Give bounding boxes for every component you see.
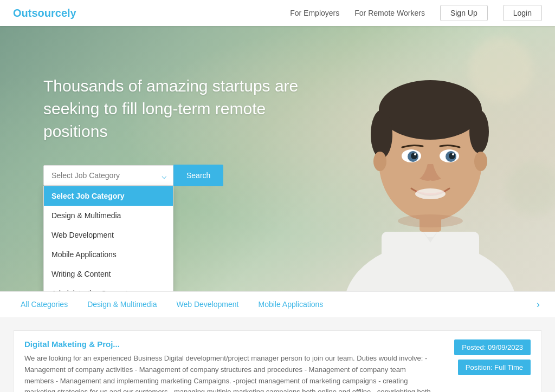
dropdown-wrapper: ⌵ Select Job Category Design & Multimedi…: [43, 165, 173, 186]
hero-section: Thousands of amazing startups are seekin…: [0, 26, 555, 291]
nav-links: For Employers For Remote Workers Sign Up…: [290, 5, 542, 21]
svg-point-22: [398, 214, 463, 227]
job-card: Digital Maketing & Proj... We are lookin…: [13, 330, 542, 392]
job-description: We are looking for an experienced Busine…: [24, 353, 433, 392]
category-mobile[interactable]: Mobile Applications: [248, 292, 333, 317]
jobs-section: Digital Maketing & Proj... We are lookin…: [0, 317, 555, 392]
job-posted-badge: Posted: 09/09/2023: [454, 339, 531, 355]
dropdown-item-design[interactable]: Design & Multimedia: [44, 206, 173, 225]
job-position-badge: Position: Full Time: [458, 360, 531, 375]
category-all[interactable]: All Categories: [11, 292, 78, 317]
hero-content: Thousands of amazing startups are seekin…: [0, 26, 555, 186]
category-next-icon[interactable]: ›: [532, 299, 544, 310]
category-bar: All Categories Design & Multimedia Web D…: [0, 291, 555, 317]
login-button[interactable]: Login: [503, 5, 542, 21]
signup-button[interactable]: Sign Up: [440, 5, 488, 21]
job-info: Digital Maketing & Proj... We are lookin…: [24, 339, 433, 392]
category-design[interactable]: Design & Multimedia: [78, 292, 166, 317]
nav-for-remote-workers[interactable]: For Remote Workers: [354, 9, 425, 17]
dropdown-item-mobile-apps[interactable]: Mobile Applications: [44, 245, 173, 264]
dropdown-item-web-dev[interactable]: Web Development: [44, 225, 173, 245]
search-bar: ⌵ Select Job Category Design & Multimedi…: [43, 165, 555, 186]
job-actions: Posted: 09/09/2023 Position: Full Time: [444, 339, 531, 392]
svg-point-21: [415, 188, 446, 199]
category-web-dev[interactable]: Web Development: [167, 292, 249, 317]
job-category-dropdown[interactable]: [43, 165, 173, 186]
job-title[interactable]: Digital Maketing & Proj...: [24, 339, 433, 349]
dropdown-item-writing[interactable]: Writing & Content: [44, 264, 173, 284]
search-button[interactable]: Search: [173, 165, 223, 186]
hero-title: Thousands of amazing startups are seekin…: [43, 75, 314, 143]
navbar: Outsourcely For Employers For Remote Wor…: [0, 0, 555, 26]
dropdown-menu: Select Job Category Design & Multimedia …: [43, 186, 173, 291]
dropdown-item-admin[interactable]: Administrative Support: [44, 284, 173, 291]
nav-for-employers[interactable]: For Employers: [290, 9, 339, 17]
dropdown-item-select-category[interactable]: Select Job Category: [44, 186, 173, 206]
brand-logo[interactable]: Outsourcely: [13, 7, 76, 19]
